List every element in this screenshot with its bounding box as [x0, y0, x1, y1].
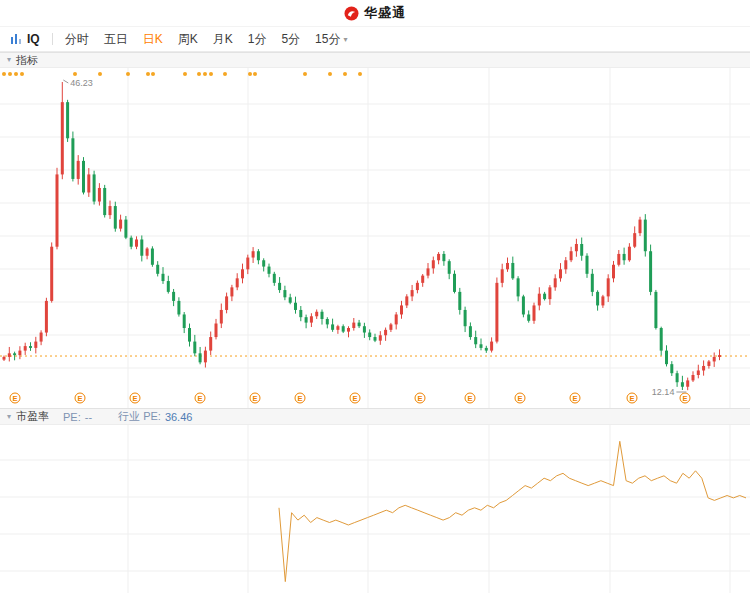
indicator-section-title: 指标: [16, 53, 38, 68]
high-price-annotation: 46.23: [70, 78, 93, 88]
huashengtong-logo-icon: [344, 6, 359, 21]
svg-text:E: E: [572, 394, 577, 403]
iq-tab[interactable]: IQ: [27, 32, 40, 46]
pe-ratio-chart[interactable]: [0, 425, 750, 593]
svg-text:E: E: [517, 394, 522, 403]
tab-time-share[interactable]: 分时: [65, 31, 89, 48]
tab-monthly-k[interactable]: 月K: [213, 31, 233, 48]
pe-value: --: [85, 411, 92, 423]
tab-daily-k[interactable]: 日K: [143, 31, 163, 48]
period-tabs: 分时五日日K周K月K1分5分15分▾: [65, 31, 363, 48]
svg-text:E: E: [297, 394, 302, 403]
tab-1min[interactable]: 1分: [248, 31, 267, 48]
svg-text:E: E: [77, 394, 82, 403]
svg-text:E: E: [467, 394, 472, 403]
pe-section-bar: ▾ 市盈率 PE: -- 行业 PE: 36.46: [0, 408, 750, 425]
chart-toolbar: IQ 分时五日日K周K月K1分5分15分▾: [0, 26, 750, 52]
low-price-annotation: 12.14: [652, 387, 675, 397]
pe-section-title: 市盈率: [16, 409, 49, 424]
toolbar-divider: [52, 33, 53, 45]
pe-label: PE:: [63, 411, 81, 423]
candlestick-chart[interactable]: EEEEEEEEEEEEE46.2312.14: [0, 68, 750, 408]
svg-text:E: E: [417, 394, 422, 403]
tab-5min[interactable]: 5分: [281, 31, 300, 48]
svg-text:E: E: [252, 394, 257, 403]
market-chart-icon: [10, 33, 22, 45]
dropdown-arrow-icon: ▾: [343, 35, 347, 44]
tab-15min[interactable]: 15分▾: [315, 31, 347, 48]
svg-text:E: E: [132, 394, 137, 403]
tab-weekly-k[interactable]: 周K: [178, 31, 198, 48]
svg-text:E: E: [197, 394, 202, 403]
tab-five-day[interactable]: 五日: [104, 31, 128, 48]
svg-text:E: E: [682, 394, 687, 403]
svg-text:E: E: [12, 394, 17, 403]
grid-lines: [0, 68, 750, 408]
svg-text:E: E: [629, 394, 634, 403]
grid-lines: [0, 425, 750, 593]
collapse-arrow-icon[interactable]: ▾: [7, 413, 11, 421]
svg-text:E: E: [352, 394, 357, 403]
collapse-arrow-icon[interactable]: ▾: [7, 56, 11, 64]
industry-pe-value: 36.46: [165, 411, 193, 423]
pe-line-svg: [0, 425, 750, 593]
app-header: 华盛通: [0, 0, 750, 26]
industry-pe-label: 行业 PE:: [118, 409, 161, 424]
event-dot-markers: [2, 72, 362, 76]
app-title: 华盛通: [364, 4, 406, 22]
earnings-markers: EEEEEEEEEEEEE: [10, 393, 690, 403]
pe-line-series: [279, 441, 746, 581]
candlestick-svg: EEEEEEEEEEEEE46.2312.14: [0, 68, 750, 408]
indicator-section-bar: ▾ 指标: [0, 52, 750, 68]
